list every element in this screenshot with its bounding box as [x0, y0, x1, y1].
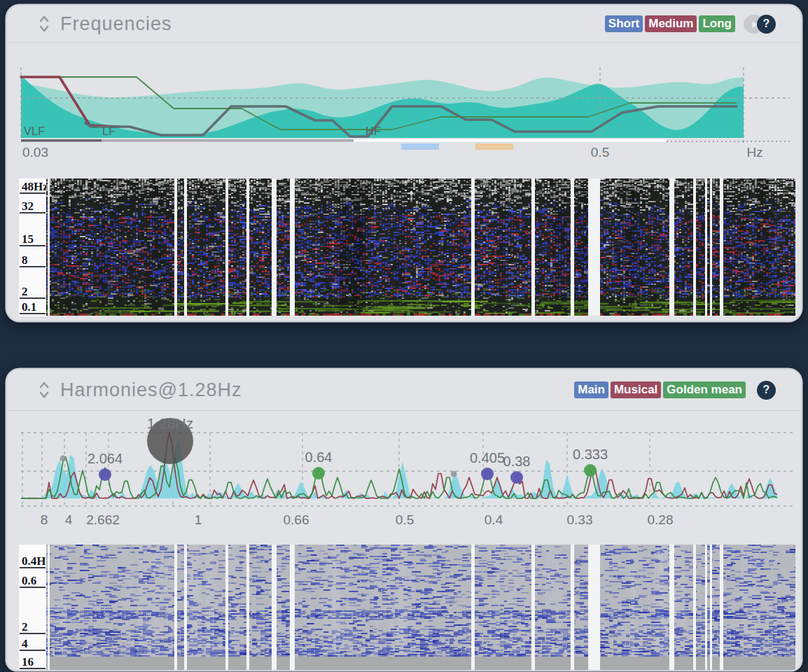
peak-label-0.405: 0.405	[470, 450, 505, 465]
scale-label-16: 16	[20, 654, 46, 669]
harmonies-header: Harmonies@1.28Hz MainMusicalGolden mean …	[7, 370, 801, 411]
x-tick-0.5: 0.5	[396, 512, 414, 527]
peak-label-1.28Hz: 1.28Hz	[147, 416, 194, 431]
help-button[interactable]: ?	[757, 381, 776, 400]
x-tick-Hz: Hz	[746, 145, 762, 160]
peak-marker-0.38[interactable]	[510, 471, 523, 484]
axis-segment	[102, 139, 354, 142]
x-tick-0.4: 0.4	[485, 512, 503, 527]
collapse-toggle-icon[interactable]	[38, 380, 50, 400]
peak-marker-0.333[interactable]	[584, 464, 597, 477]
harmonies-panel: Harmonies@1.28Hz MainMusicalGolden mean …	[7, 370, 801, 670]
peak-label-0.64: 0.64	[305, 449, 333, 465]
peak-label-2.064: 2.064	[88, 451, 123, 466]
axis-segment	[354, 139, 667, 142]
peak-marker-0.64[interactable]	[312, 467, 325, 479]
scale-label-8: 8	[20, 253, 46, 267]
scale-label-48Hz: 48Hz	[20, 179, 46, 194]
minor-peak-dot	[60, 456, 67, 462]
x-tick-0.5: 0.5	[591, 145, 609, 160]
help-button[interactable]: ?	[757, 15, 776, 34]
peak-marker-2.064[interactable]	[99, 468, 111, 481]
harmonies-scale: 0.4Hz0.62416	[19, 545, 46, 670]
minor-peak-dot	[451, 471, 457, 477]
collapse-toggle-icon[interactable]	[38, 14, 50, 34]
frequencies-panel: Frequencies ShortMediumLong ▶ ? VLFLFHF0…	[7, 6, 801, 321]
scale-label-2: 2	[20, 284, 46, 299]
scale-label-0.1: 0.1	[20, 300, 46, 314]
x-tick-0.66: 0.66	[284, 512, 309, 527]
x-tick-0.28: 0.28	[648, 512, 674, 527]
scale-label-32: 32	[20, 199, 46, 214]
legend-chip-main[interactable]: Main	[574, 382, 608, 398]
band-label-VLF: VLF	[24, 125, 45, 137]
harmonies-chart[interactable]: 2.0641.28Hz0.640.4050.380.333842.66210.6…	[7, 416, 801, 530]
peak-label-0.333: 0.333	[573, 447, 608, 462]
band-label-HF: HF	[365, 125, 381, 137]
legend-chip-golden-mean[interactable]: Golden mean	[663, 382, 746, 398]
x-tick-8: 8	[41, 512, 48, 527]
highlight-band	[401, 144, 439, 150]
x-tick-2.662: 2.662	[86, 512, 120, 527]
frequency-scale: 48Hz3215820.1	[19, 178, 46, 316]
harmonies-spectrogram: 0.4Hz0.62416	[7, 545, 801, 670]
frequencies-header: Frequencies ShortMediumLong ▶ ?	[7, 6, 801, 43]
band-label-LF: LF	[102, 125, 116, 137]
scale-label-4: 4	[20, 636, 46, 651]
legend-chip-medium[interactable]: Medium	[645, 15, 697, 32]
x-tick-0.03: 0.03	[22, 145, 48, 160]
x-tick-0.33: 0.33	[567, 512, 593, 527]
highlight-band	[475, 144, 513, 150]
x-tick-1: 1	[195, 512, 202, 527]
x-tick-4: 4	[65, 512, 73, 527]
scale-label-0.4Hz: 0.4Hz	[20, 554, 46, 568]
legend-chip-short[interactable]: Short	[605, 15, 643, 32]
legend-chip-musical[interactable]: Musical	[611, 382, 661, 398]
harmonies-legend: MainMusicalGolden mean	[574, 382, 746, 398]
page-title-harmonies: Harmonies@1.28Hz	[60, 379, 242, 401]
frequency-spectrogram-canvas[interactable]	[46, 178, 795, 316]
scale-label-0.6: 0.6	[20, 573, 46, 588]
scale-label-2: 2	[20, 620, 46, 634]
frequency-spectrogram: 48Hz3215820.1	[7, 178, 801, 316]
scale-label-15: 15	[20, 232, 46, 246]
peak-marker-0.405[interactable]	[481, 468, 494, 480]
harmonies-spectrogram-canvas[interactable]	[46, 545, 795, 670]
peak-label-0.38: 0.38	[503, 454, 531, 469]
page-title-frequencies: Frequencies	[60, 13, 172, 35]
frequency-bands-chart[interactable]: VLFLFHF0.030.5Hz	[7, 62, 801, 167]
frequencies-legend: ShortMediumLong	[605, 15, 735, 32]
legend-chip-long[interactable]: Long	[699, 15, 735, 32]
axis-segment	[21, 139, 102, 142]
